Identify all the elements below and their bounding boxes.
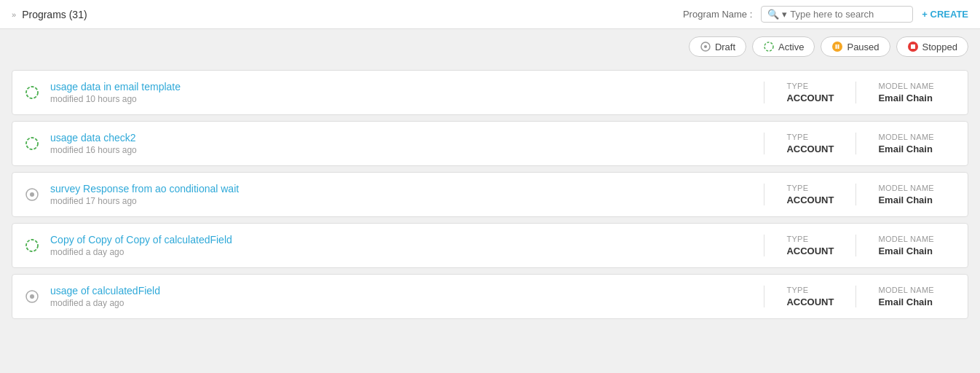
draft-icon: [700, 41, 711, 52]
program-meta: Type ACCOUNT Model Name Email Chain: [764, 286, 956, 307]
program-card: usage of calculatedField modified a day …: [12, 274, 968, 319]
svg-point-11: [30, 192, 34, 197]
program-card: Copy of Copy of Copy of calculatedField …: [12, 223, 968, 268]
page-title: Programs (31): [22, 9, 87, 20]
model-section: Model Name Email Chain: [855, 82, 956, 103]
program-name[interactable]: usage of calculatedField: [50, 285, 160, 297]
filter-btn-paused[interactable]: Paused: [821, 36, 890, 57]
model-label: Model Name: [878, 235, 934, 243]
program-meta: Type ACCOUNT Model Name Email Chain: [764, 184, 956, 205]
type-value: ACCOUNT: [786, 93, 834, 103]
program-info: usage of calculatedField modified a day …: [24, 285, 764, 308]
svg-point-12: [26, 240, 38, 251]
program-details: Copy of Copy of Copy of calculatedField …: [50, 234, 232, 257]
type-label: Type: [786, 133, 834, 141]
type-label: Type: [786, 82, 834, 90]
program-details: usage data check2 modified 16 hours ago: [50, 132, 137, 155]
model-section: Model Name Email Chain: [855, 184, 956, 205]
search-container[interactable]: 🔍 ▾: [761, 6, 913, 23]
type-label: Type: [786, 184, 834, 192]
model-value: Email Chain: [878, 297, 934, 307]
model-section: Model Name Email Chain: [855, 235, 956, 256]
svg-point-8: [26, 87, 38, 98]
program-modified: modified 10 hours ago: [50, 94, 181, 104]
program-modified: modified 17 hours ago: [50, 196, 239, 206]
program-info: usage data in email template modified 10…: [24, 81, 764, 104]
search-input[interactable]: [790, 9, 906, 20]
program-name-label: Program Name :: [683, 9, 752, 20]
status-icon: [24, 186, 40, 203]
create-button[interactable]: + CREATE: [922, 9, 968, 20]
type-section: Type ACCOUNT: [764, 82, 855, 103]
status-icon: [24, 237, 40, 254]
svg-point-14: [30, 294, 34, 299]
type-section: Type ACCOUNT: [764, 184, 855, 205]
program-info: usage data check2 modified 16 hours ago: [24, 132, 764, 155]
type-section: Type ACCOUNT: [764, 286, 855, 307]
type-value: ACCOUNT: [786, 144, 834, 154]
program-modified: modified 16 hours ago: [50, 145, 137, 155]
program-info: survey Response from ao conditional wait…: [24, 183, 764, 206]
status-icon: [24, 288, 40, 305]
stopped-icon: [907, 41, 919, 52]
filter-btn-draft[interactable]: Draft: [689, 36, 746, 57]
model-value: Email Chain: [878, 246, 934, 256]
type-value: ACCOUNT: [786, 195, 834, 205]
type-value: ACCOUNT: [786, 297, 834, 307]
program-card: survey Response from ao conditional wait…: [12, 172, 968, 217]
program-card: usage data in email template modified 10…: [12, 70, 968, 115]
model-value: Email Chain: [878, 195, 934, 205]
svg-rect-4: [836, 44, 837, 49]
filter-btn-label: Active: [778, 42, 804, 52]
programs-list: usage data in email template modified 10…: [0, 64, 980, 325]
draft-status-icon: [25, 187, 39, 202]
filter-btn-active[interactable]: Active: [752, 36, 815, 57]
program-name[interactable]: survey Response from ao conditional wait: [50, 183, 239, 195]
chevron-icon: »: [12, 10, 16, 19]
filter-dropdown-icon[interactable]: ▾: [782, 9, 787, 20]
program-modified: modified a day ago: [50, 247, 232, 257]
svg-point-1: [704, 45, 707, 48]
type-label: Type: [786, 286, 834, 294]
program-name[interactable]: Copy of Copy of Copy of calculatedField: [50, 234, 232, 246]
page-header: » Programs (31) Program Name : 🔍 ▾ + CRE…: [0, 0, 980, 29]
model-section: Model Name Email Chain: [855, 133, 956, 154]
program-modified: modified a day ago: [50, 298, 160, 308]
type-label: Type: [786, 235, 834, 243]
svg-point-2: [764, 42, 773, 51]
program-details: survey Response from ao conditional wait…: [50, 183, 239, 206]
program-details: usage data in email template modified 10…: [50, 81, 181, 104]
model-label: Model Name: [878, 133, 934, 141]
header-right: Program Name : 🔍 ▾ + CREATE: [683, 6, 968, 23]
program-meta: Type ACCOUNT Model Name Email Chain: [764, 82, 956, 103]
active-status-icon: [25, 136, 39, 151]
filter-btn-label: Paused: [847, 42, 879, 52]
program-meta: Type ACCOUNT Model Name Email Chain: [764, 133, 956, 154]
type-value: ACCOUNT: [786, 246, 834, 256]
header-left: » Programs (31): [12, 9, 87, 20]
model-value: Email Chain: [878, 93, 934, 103]
model-label: Model Name: [878, 286, 934, 294]
svg-point-3: [832, 42, 842, 52]
status-icon: [24, 136, 40, 152]
program-meta: Type ACCOUNT Model Name Email Chain: [764, 235, 956, 256]
svg-rect-5: [838, 44, 839, 49]
svg-rect-7: [911, 44, 915, 49]
model-label: Model Name: [878, 184, 934, 192]
active-status-icon: [25, 85, 39, 100]
filter-bar: Draft Active Paused Stopped: [0, 29, 980, 64]
program-details: usage of calculatedField modified a day …: [50, 285, 160, 308]
active-status-icon: [25, 238, 39, 253]
program-card: usage data check2 modified 16 hours ago …: [12, 121, 968, 166]
program-name[interactable]: usage data check2: [50, 132, 137, 144]
filter-btn-stopped[interactable]: Stopped: [896, 36, 968, 57]
model-value: Email Chain: [878, 144, 934, 154]
program-name[interactable]: usage data in email template: [50, 81, 181, 93]
model-label: Model Name: [878, 82, 934, 90]
search-icon: 🔍: [767, 9, 779, 20]
type-section: Type ACCOUNT: [764, 133, 855, 154]
draft-status-icon: [25, 289, 39, 304]
svg-point-9: [26, 138, 38, 149]
status-icon: [24, 85, 40, 101]
filter-btn-label: Stopped: [922, 42, 957, 52]
